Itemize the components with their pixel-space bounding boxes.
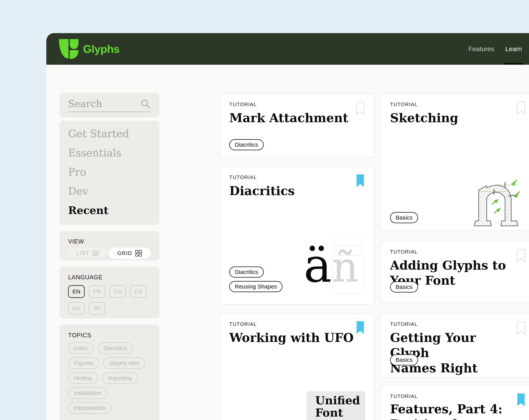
ufo-text-line: Unified [315, 394, 365, 406]
language-en-button[interactable]: EN [68, 285, 85, 298]
card-column-2: TUTORIAL Sketching [381, 94, 529, 420]
card-kind: TUTORIAL [390, 321, 526, 327]
view-toggle: LIST GRID [68, 247, 151, 259]
card-tags: Diacritics [229, 139, 264, 150]
tag-basics[interactable]: Basics [390, 354, 418, 366]
tag-diacritics[interactable]: Diacritics [229, 139, 264, 150]
topic-diacritics[interactable]: Diacritics [98, 342, 133, 354]
card-getting-glyph-names[interactable]: TUTORIAL Getting Your Glyph Names Right … [381, 313, 529, 378]
card-kind: TUTORIAL [390, 249, 526, 255]
list-icon [93, 250, 99, 256]
nav-learn[interactable]: Learn [505, 33, 522, 65]
language-fr-button[interactable]: FR [89, 285, 105, 298]
sketch-n-figure [468, 172, 522, 229]
topic-glyphs-mini[interactable]: Glyphs Mini [103, 357, 145, 369]
topic-hinting[interactable]: Hinting [68, 372, 97, 384]
language-panel: LANGUAGE EN FR CH ES KO JP [59, 267, 159, 318]
ufo-text-line: Object [315, 419, 365, 420]
section-nav-panel: Get Started Essentials Pro Dev Recent [59, 121, 159, 225]
view-list-label: LIST [77, 250, 89, 256]
card-tags: Diacritics Reusing Shapes [229, 267, 282, 292]
card-column-1: TUTORIAL Mark Attachment Diacritics TUTO… [220, 94, 375, 420]
card-kind: TUTORIAL [229, 101, 365, 107]
topics-panel: TOPICS Color Diacritics Figures Glyphs M… [59, 325, 159, 420]
view-label: VIEW [68, 238, 151, 245]
card-tags: Basics [390, 354, 418, 366]
card-title: Getting Your Glyph Names Right [390, 330, 516, 376]
glyphs-logo[interactable]: Glyphs [59, 39, 120, 59]
search-field[interactable] [68, 98, 151, 112]
card-adding-glyphs[interactable]: TUTORIAL Adding Glyphs to Your Font Basi… [381, 241, 529, 303]
tag-reusing-shapes[interactable]: Reusing Shapes [229, 281, 282, 292]
black-adieresis-glyph: ä [304, 242, 332, 289]
glyph-box: ñ [333, 237, 363, 294]
sidebar-item-pro[interactable]: Pro [68, 163, 151, 182]
bookmark-filled-icon[interactable] [356, 321, 365, 335]
ufo-text-line: Font [315, 406, 365, 419]
sidebar: Get Started Essentials Pro Dev Recent VI… [59, 93, 159, 420]
language-ch-button[interactable]: CH [109, 285, 126, 298]
language-jp-button[interactable]: JP [89, 302, 105, 315]
bookmark-outline-icon[interactable] [356, 101, 365, 115]
page-window: Glyphs Features Learn Get Started Essent… [46, 33, 529, 420]
card-kind: TUTORIAL [390, 101, 526, 107]
language-es-button[interactable]: ES [130, 285, 147, 298]
bookmark-filled-icon[interactable] [356, 174, 365, 188]
card-features-part-4[interactable]: TUTORIAL Features, Part 4: Positional Al… [381, 385, 529, 420]
tag-basics[interactable]: Basics [390, 212, 418, 223]
bookmark-filled-icon[interactable] [516, 393, 525, 407]
grid-icon [135, 250, 142, 257]
search-icon[interactable] [141, 99, 151, 109]
sketched-letter-n [468, 172, 522, 229]
tag-diacritics[interactable]: Diacritics [229, 267, 264, 278]
topics-label: TOPICS [68, 332, 151, 339]
card-kind: TUTORIAL [390, 393, 526, 399]
card-title: Sketching [390, 110, 516, 126]
diacritics-figure: ñ ä [305, 237, 363, 294]
topic-importing[interactable]: Importing [102, 372, 137, 384]
card-kind: TUTORIAL [229, 174, 365, 180]
search-panel [59, 93, 159, 117]
bookmark-outline-icon[interactable] [516, 321, 525, 335]
card-sketching[interactable]: TUTORIAL Sketching [381, 94, 529, 230]
sidebar-item-dev[interactable]: Dev [68, 182, 151, 201]
card-working-with-ufo[interactable]: TUTORIAL Working with UFO Unified Font O… [220, 313, 375, 420]
nav-features[interactable]: Features [469, 33, 494, 65]
language-row-2: KO JP [68, 302, 151, 315]
ufo-figure: Unified Font Object [306, 391, 365, 420]
view-grid-label: GRID [117, 250, 132, 256]
sidebar-item-get-started[interactable]: Get Started [68, 124, 151, 143]
card-diacritics[interactable]: TUTORIAL Diacritics ñ ä Diacritics Reusi… [220, 166, 375, 305]
view-panel: VIEW LIST GRID [59, 231, 159, 260]
view-grid-button[interactable]: GRID [108, 247, 151, 259]
topic-figures[interactable]: Figures [68, 357, 99, 369]
topic-installation[interactable]: Installation [68, 387, 107, 399]
topics-tags: Color Diacritics Figures Glyphs Mini Hin… [68, 342, 151, 414]
card-mark-attachment[interactable]: TUTORIAL Mark Attachment Diacritics [220, 94, 375, 158]
tag-basics[interactable]: Basics [390, 281, 418, 293]
header-nav: Features Learn [469, 33, 529, 65]
search-input[interactable] [68, 98, 131, 109]
language-label: LANGUAGE [68, 274, 151, 281]
sidebar-item-recent[interactable]: Recent [68, 201, 151, 220]
card-title: Diacritics [229, 183, 356, 199]
card-title: Features, Part 4: Positional Alternates [390, 402, 516, 420]
card-kind: TUTORIAL [229, 321, 365, 327]
topic-color[interactable]: Color [68, 342, 93, 354]
bookmark-outline-icon[interactable] [516, 101, 525, 115]
view-list-button[interactable]: LIST [68, 247, 107, 259]
card-tags: Basics [390, 281, 418, 293]
site-header: Glyphs Features Learn [46, 33, 529, 65]
language-row-1: EN FR CH ES [68, 285, 151, 298]
sidebar-item-essentials[interactable]: Essentials [68, 143, 151, 163]
topic-interpolation[interactable]: Interpolation [68, 402, 111, 414]
card-title: Mark Attachment [229, 110, 356, 126]
card-title: Working with UFO [229, 330, 356, 345]
brand-wordmark: Glyphs [83, 42, 120, 55]
glyphs-logo-icon [59, 39, 79, 59]
language-ko-button[interactable]: KO [68, 302, 85, 315]
bookmark-outline-icon[interactable] [516, 249, 525, 262]
gray-ntilde-glyph: ñ [332, 246, 358, 288]
card-tags: Basics [390, 212, 418, 223]
